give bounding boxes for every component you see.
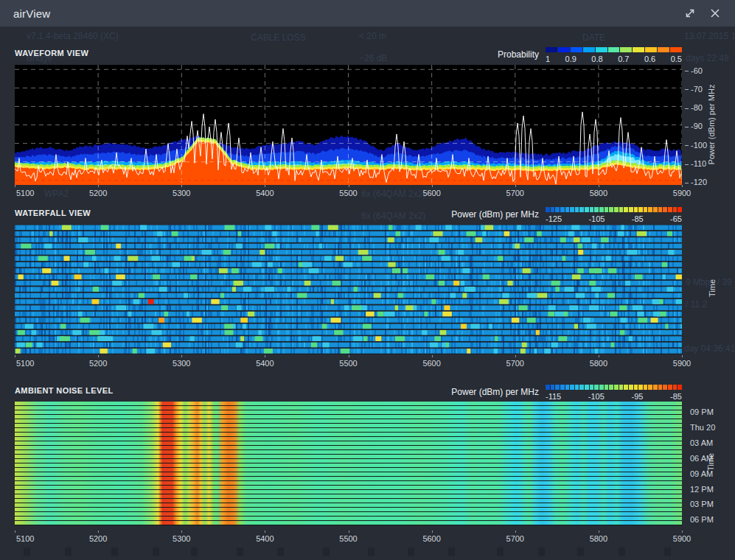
expand-icon[interactable] xyxy=(683,7,697,20)
x-axis-tick xyxy=(682,185,683,187)
dimmed-background-text: / 11.2 xyxy=(686,299,707,309)
waveform-section-title: WAVEFORM VIEW xyxy=(15,49,88,57)
x-axis-tick xyxy=(599,355,599,357)
legend-color-segment xyxy=(565,385,570,390)
legend-color-segment xyxy=(579,207,584,212)
x-axis-tick xyxy=(15,355,15,357)
probability-legend: Probability 10.90.80.70.60.5 xyxy=(498,47,682,63)
waterfall-section-title: WATERFALL VIEW xyxy=(15,209,91,217)
x-axis-label: 5800 xyxy=(590,189,607,197)
ambient-scale-ticks: -115-105-95-85 xyxy=(546,392,682,401)
legend-color-segment xyxy=(546,207,550,212)
x-axis-tick xyxy=(432,531,433,533)
x-axis-label: 5900 xyxy=(673,534,691,543)
waterfall-power-legend: Power (dBm) per MHz -125-105-85-65 xyxy=(451,207,682,223)
probability-legend-label: Probability xyxy=(498,49,539,60)
legend-color-segment xyxy=(619,385,624,390)
legend-tick-label: 0.8 xyxy=(591,55,602,63)
time-axis-label: Thu 20 xyxy=(690,423,715,432)
x-axis-tick xyxy=(15,531,15,533)
waveform-y-tick-label: -110 xyxy=(685,159,706,168)
legend-color-segment xyxy=(570,385,574,390)
x-axis-label: 5100 xyxy=(16,359,34,368)
x-axis-tick xyxy=(515,531,516,533)
dialog-title: airView xyxy=(13,7,50,20)
legend-color-segment xyxy=(653,207,658,212)
legend-color-segment xyxy=(590,207,594,212)
dimmed-background-text: ~26 dB xyxy=(359,53,387,63)
legend-color-segment xyxy=(585,385,589,390)
legend-color-segment xyxy=(614,207,619,212)
legend-tick-label: -85 xyxy=(632,214,644,223)
x-axis-label: 5300 xyxy=(173,189,190,197)
legend-color-segment xyxy=(551,385,555,390)
x-axis-tick xyxy=(515,355,516,357)
x-axis-label: 5500 xyxy=(339,534,357,543)
time-axis-label: 03 PM xyxy=(690,500,714,508)
legend-color-segment xyxy=(565,207,570,212)
x-axis-tick xyxy=(15,185,15,187)
ambient-section-title: AMBIENT NOISE LEVEL xyxy=(15,386,114,395)
x-axis-tick xyxy=(181,185,182,187)
waveform-y-tick-label: -120 xyxy=(685,178,707,186)
x-axis-label: 5500 xyxy=(339,359,357,368)
legend-tick-label: -115 xyxy=(546,392,561,401)
x-axis-label: 5600 xyxy=(422,534,440,543)
legend-color-segment xyxy=(663,207,667,212)
x-axis-tick xyxy=(265,355,265,357)
legend-color-segment xyxy=(644,385,648,390)
legend-color-segment xyxy=(645,47,657,52)
legend-color-segment xyxy=(608,47,620,52)
waterfall-heatmap xyxy=(15,225,682,354)
legend-color-segment xyxy=(670,47,682,52)
legend-color-segment xyxy=(583,47,595,52)
legend-color-segment xyxy=(634,207,638,212)
legend-color-segment xyxy=(668,385,672,390)
legend-color-segment xyxy=(571,47,582,52)
x-axis-tick xyxy=(98,185,99,187)
waveform-y-axis-title: Power (dBm) per MHz xyxy=(707,77,716,172)
legend-color-segment xyxy=(629,385,633,390)
probability-scale-ticks: 10.90.80.70.60.5 xyxy=(546,55,682,63)
legend-color-segment xyxy=(599,385,604,390)
legend-color-segment xyxy=(551,207,555,212)
legend-tick-label: 0.6 xyxy=(644,55,655,63)
legend-color-segment xyxy=(638,385,643,390)
legend-tick-label: 0.5 xyxy=(671,55,682,63)
x-axis-tick xyxy=(515,185,516,187)
legend-color-segment xyxy=(575,385,579,390)
x-axis-tick xyxy=(265,185,265,187)
legend-color-segment xyxy=(653,385,658,390)
legend-color-segment xyxy=(663,385,667,390)
legend-color-segment xyxy=(585,207,589,212)
legend-color-segment xyxy=(594,207,599,212)
dimmed-background-text: 13.07.2015 1 xyxy=(684,31,735,41)
close-icon[interactable] xyxy=(708,7,722,20)
legend-tick-label: 0.7 xyxy=(618,55,629,63)
legend-color-segment xyxy=(614,385,619,390)
ambient-color-scale xyxy=(546,385,682,390)
legend-color-segment xyxy=(605,207,609,212)
x-axis-label: 5700 xyxy=(506,534,524,543)
x-axis-label: 5900 xyxy=(673,189,691,197)
waterfall-legend-label: Power (dBm) per MHz xyxy=(451,209,539,220)
legend-color-segment xyxy=(624,385,628,390)
waterfall-color-scale xyxy=(546,207,682,212)
time-axis-label: 06 PM xyxy=(690,515,714,524)
x-axis-tick xyxy=(432,185,433,187)
legend-color-segment xyxy=(634,385,638,390)
legend-color-segment xyxy=(624,207,628,212)
x-axis-label: 5100 xyxy=(16,534,34,543)
waveform-spectrum-plot xyxy=(15,65,682,185)
waterfall-chart xyxy=(15,225,682,354)
time-axis-label: 09 PM xyxy=(690,407,714,416)
waveform-y-tick-label: -60 xyxy=(685,66,703,75)
x-axis-tick xyxy=(682,531,683,533)
legend-color-segment xyxy=(673,385,677,390)
waterfall-x-axis: 510052005300540055005600570058005900 xyxy=(15,357,682,368)
x-axis-label: 5800 xyxy=(590,359,607,368)
x-axis-label: 5600 xyxy=(422,359,440,368)
x-axis-tick xyxy=(349,355,349,357)
waveform-chart xyxy=(15,65,682,185)
x-axis-label: 5900 xyxy=(673,359,691,368)
